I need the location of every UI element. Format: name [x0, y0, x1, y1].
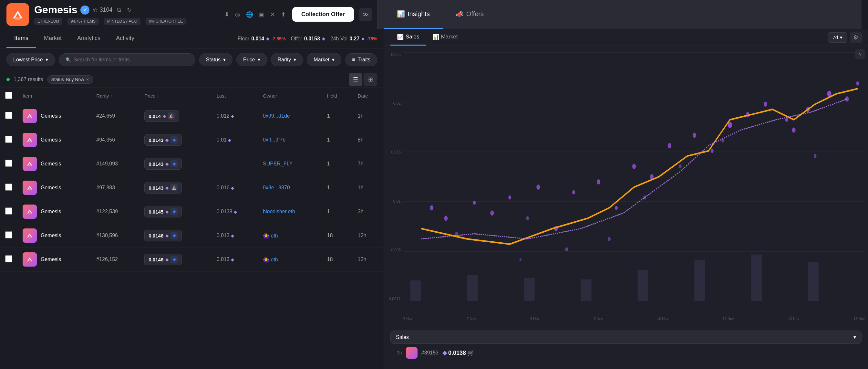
svg-point-29: [711, 149, 714, 153]
tab-items[interactable]: Items: [6, 29, 36, 48]
badge-remove-button[interactable]: ✕: [86, 77, 89, 82]
svg-rect-8: [467, 275, 478, 301]
row-checkbox[interactable]: [5, 112, 12, 119]
results-bar: 1,367 results Status Buy Now ✕ ☰ ⊞: [0, 71, 383, 88]
table-row[interactable]: Gemesis #97,883 0.0143 ◆ ⛵ 0.016 ◆ 0x3e.…: [0, 176, 383, 200]
row-price-cell: 0.0143 ◆ ⛵: [139, 176, 211, 200]
sort-dropdown[interactable]: Lowest Price ▾: [6, 53, 55, 66]
row-item-cell: Gemesis: [18, 224, 91, 248]
row-checkbox[interactable]: [5, 160, 12, 167]
add-to-cart-button[interactable]: 🛒: [467, 349, 474, 357]
tab-activity[interactable]: Activity: [108, 29, 142, 48]
row-checkbox[interactable]: [5, 231, 12, 238]
svg-rect-9: [524, 278, 535, 301]
download-icon[interactable]: ⬇: [223, 10, 230, 19]
sales-tab-label: Sales: [406, 34, 420, 40]
offer-price: Offer 0.0153 ◆: [291, 36, 325, 42]
sales-chart-icon: 📈: [397, 34, 404, 40]
price-pill[interactable]: 0.0143 ◆ ⛵: [144, 182, 182, 194]
header-meta: ETHEREUM 94,757 ITEMS MINTED 2Y AGO 0% C…: [34, 18, 218, 25]
row-date-cell: 7h: [352, 152, 383, 176]
market-filter[interactable]: Market ▾: [307, 53, 341, 66]
globe-icon[interactable]: 🌐: [245, 10, 254, 19]
owner-link[interactable]: 🤷‍♀️.eth: [263, 257, 278, 262]
vol-24h: 24h Vol 0.27 ◆ -78%: [330, 36, 377, 42]
price-pill[interactable]: 0.0148 ◆ ◈: [144, 230, 182, 242]
traits-icon: ≡: [352, 57, 355, 63]
col-rarity[interactable]: Rarity ↑: [91, 88, 139, 104]
row-price-cell: 0.0148 ◆ ◈: [139, 248, 211, 272]
bottom-panel: Sales ▾ 3h #39153 ◆ 0.0138 🛒: [384, 327, 868, 369]
traits-filter[interactable]: ≡ Traits: [345, 53, 377, 66]
owner-link[interactable]: 0x99...d1de: [263, 113, 290, 119]
row-checkbox[interactable]: [5, 183, 12, 191]
price-pill[interactable]: 0.014 ◆ ⛵: [144, 110, 179, 122]
market-chevron-icon: ▾: [332, 57, 335, 63]
market-tab[interactable]: 📊 Market: [426, 29, 464, 46]
price-pill[interactable]: 0.0148 ◆ ◈: [144, 254, 182, 265]
expand-chart-button[interactable]: ⤡: [855, 49, 865, 59]
market-blur-icon: ◈: [170, 208, 178, 215]
owner-link[interactable]: 🤷‍♀️.eth: [263, 233, 278, 238]
upload-icon[interactable]: ⬆: [280, 10, 287, 19]
table-row[interactable]: Gemesis #149,093 0.0143 ◆ ◈ – SUPER_FLY …: [0, 152, 383, 176]
header-checkbox[interactable]: [0, 88, 18, 104]
last-price-value: 0.013: [217, 257, 229, 262]
copy-button[interactable]: ⧉: [116, 5, 122, 15]
status-filter[interactable]: Status ▾: [199, 53, 232, 66]
owner-link[interactable]: 0x3e...8870: [263, 185, 290, 190]
sales-tab[interactable]: 📈 Sales: [391, 29, 426, 46]
col-price[interactable]: Price ↑: [139, 88, 211, 104]
twitter-icon[interactable]: ✕: [269, 10, 276, 19]
row-price-cell: 0.014 ◆ ⛵: [139, 104, 211, 128]
time-period-selector[interactable]: 7d ▾: [828, 32, 847, 42]
tab-analytics[interactable]: Analytics: [69, 29, 108, 48]
refresh-button[interactable]: ↻: [126, 5, 133, 15]
row-item-cell: Gemesis: [18, 248, 91, 272]
row-checkbox[interactable]: [5, 255, 12, 262]
row-checkbox[interactable]: [5, 136, 12, 143]
offers-tab[interactable]: 📣 Offers: [443, 0, 497, 29]
price-filter[interactable]: Price ▾: [237, 53, 267, 66]
list-view-button[interactable]: ☰: [349, 73, 362, 86]
sales-dropdown[interactable]: Sales ▾: [391, 331, 862, 344]
tab-market[interactable]: Market: [36, 29, 69, 48]
row-checkbox[interactable]: [5, 207, 12, 215]
row-last-cell: 0.012 ◆: [212, 104, 258, 128]
table-row[interactable]: Gemesis #24,659 0.014 ◆ ⛵ 0.012 ◆ 0x99..…: [0, 104, 383, 128]
star-count[interactable]: ☆ 3104: [93, 6, 113, 13]
row-checkbox-cell: [0, 200, 18, 224]
rarity-filter[interactable]: Rarity ▾: [271, 53, 303, 66]
discord-icon[interactable]: ▣: [258, 10, 266, 19]
price-pill[interactable]: 0.0143 ◆ ◈: [144, 134, 182, 146]
item-name: Gemesis: [41, 233, 61, 238]
expand-panel-button[interactable]: ≫: [359, 8, 372, 21]
chart-settings-button[interactable]: ⚙: [850, 32, 862, 43]
table-row[interactable]: Gemesis #94,356 0.0143 ◆ ◈ 0.01 ◆ 0xff..…: [0, 128, 383, 152]
last-eth-icon: ◆: [234, 209, 237, 214]
table-row[interactable]: Gemesis #130,596 0.0148 ◆ ◈ 0.013 ◆ 🤷‍♀️…: [0, 224, 383, 248]
search-input[interactable]: [73, 57, 189, 63]
collection-offer-button[interactable]: Collection Offer: [292, 7, 354, 22]
table-row[interactable]: Gemesis #122,539 0.0145 ◆ ◈ 0.0138 ◆ blo…: [0, 200, 383, 224]
price-eth-icon: ◆: [165, 186, 168, 190]
owner-link[interactable]: bloodisher.eth: [263, 209, 295, 214]
table-row[interactable]: Gemesis #126,152 0.0148 ◆ ◈ 0.013 ◆ 🤷‍♀️…: [0, 248, 383, 272]
grid-view-button[interactable]: ⊞: [364, 73, 377, 86]
select-all-checkbox[interactable]: [5, 92, 12, 99]
price-pill[interactable]: 0.0145 ◆ ◈: [144, 206, 182, 218]
market-blur-icon: ◈: [170, 256, 178, 263]
search-box[interactable]: 🔍: [59, 53, 195, 66]
rarity-chevron-icon: ▾: [293, 57, 296, 63]
svg-rect-11: [638, 270, 648, 301]
owner-link[interactable]: SUPER_FLY: [263, 161, 292, 166]
insights-tab[interactable]: 📊 Insights: [384, 0, 443, 29]
x-label-1: 6 Nov: [403, 317, 413, 320]
price-pill[interactable]: 0.0143 ◆ ◈: [144, 158, 182, 170]
row-checkbox-cell: [0, 224, 18, 248]
owner-link[interactable]: 0xff...9f7b: [263, 137, 285, 142]
share-icon[interactable]: ◎: [234, 10, 242, 19]
results-count: 1,367 results: [13, 77, 43, 82]
row-checkbox-cell: [0, 176, 18, 200]
row-owner-cell: 🤷‍♀️.eth: [258, 248, 322, 272]
